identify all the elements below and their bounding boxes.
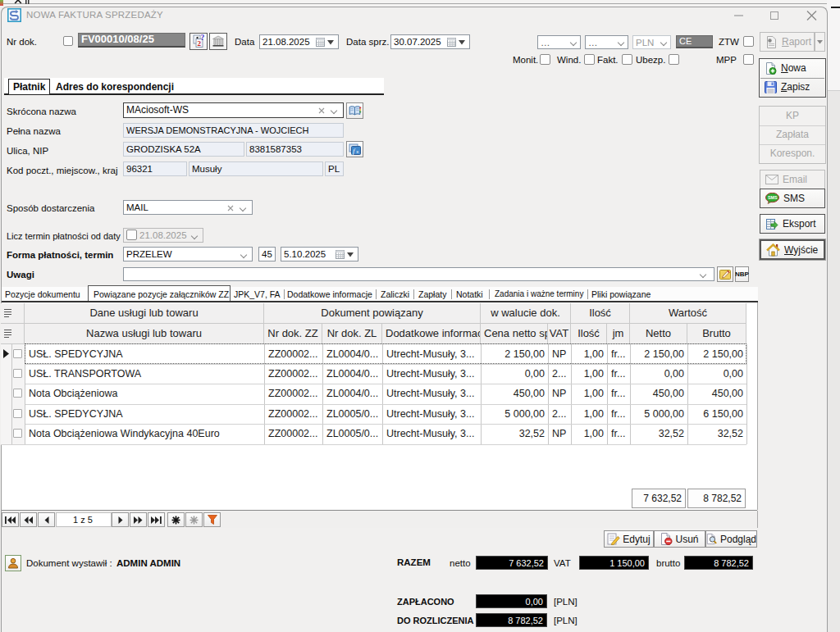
svg-text:?: ? <box>200 34 204 42</box>
svg-text:x: x <box>356 149 358 154</box>
svg-text:SMS: SMS <box>768 195 778 200</box>
